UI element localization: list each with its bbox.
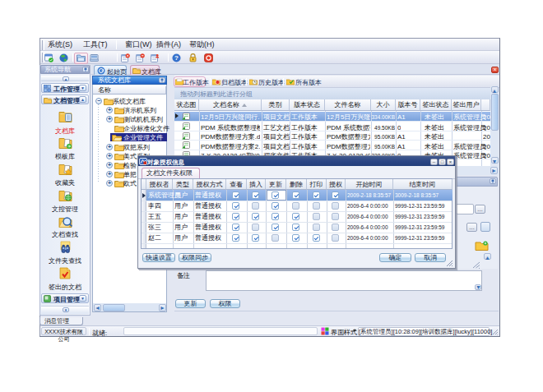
svg-text:?: ? — [174, 54, 179, 62]
